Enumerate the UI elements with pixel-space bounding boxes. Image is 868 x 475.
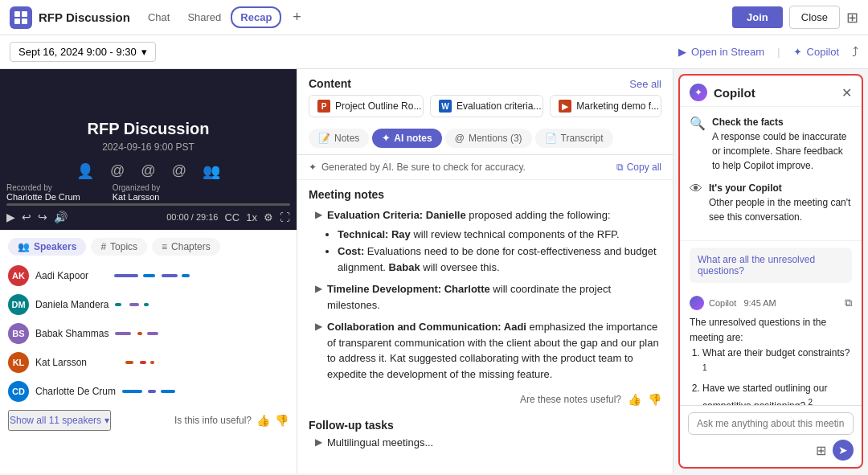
copy-icon: ⧉ [616, 162, 624, 173]
word-icon: W [439, 100, 452, 113]
info-useful-row: Is this info useful? 👍 👎 [174, 414, 289, 427]
open-in-stream-button[interactable]: ▶ Open in Stream [678, 46, 764, 58]
notes-item-evaluation: ▶ Evaluation Criteria: Danielle proposed… [309, 207, 661, 275]
grid-icon[interactable]: ⊞ [846, 9, 858, 27]
send-button[interactable]: ➤ [833, 440, 854, 461]
volume-button[interactable]: 🔊 [54, 211, 68, 223]
header-tabs: Chat Shared Recap [140, 6, 281, 28]
thumbs-up-button[interactable]: 👍 [628, 393, 641, 406]
thumbs-down-button[interactable]: 👎 [648, 393, 661, 406]
collapse-icon[interactable]: ▶ [315, 209, 322, 220]
video-icon: ▶ [559, 100, 571, 113]
speakers-icon: 👥 [18, 241, 30, 252]
share-icon[interactable]: ⤴ [852, 45, 858, 59]
thumbs-up-button[interactable]: 👍 [256, 414, 270, 427]
notes-icon: 📝 [318, 133, 330, 144]
tab-transcript[interactable]: 📄 Transcript [535, 129, 613, 148]
speaker-timeline [115, 332, 289, 335]
copilot-info: 🔍 Check the facts A response could be in… [680, 107, 862, 241]
ai-notice: ✦ Generated by AI. Be sure to check for … [297, 155, 673, 180]
speaker-name: Kat Larsson [35, 357, 108, 368]
tab-recap[interactable]: Recap [231, 6, 281, 28]
tab-shared[interactable]: Shared [179, 8, 229, 27]
svg-rect-3 [22, 18, 27, 24]
header: RFP Discussion Chat Shared Recap + Join … [0, 0, 868, 35]
video-bottom: Recorded by Charlotte De Crum Organized … [0, 180, 297, 230]
copilot-close-button[interactable]: ✕ [841, 85, 852, 100]
date-range-button[interactable]: Sept 16, 2024 9:00 - 9:30 ▾ [10, 42, 156, 62]
cc-icon[interactable]: CC [224, 211, 240, 223]
collapse-icon[interactable]: ▶ [315, 436, 322, 448]
notes-item-timeline: ▶ Timeline Development: Charlotte will c… [309, 281, 661, 313]
avatar: BS [8, 323, 29, 344]
grid-action-button[interactable]: ⊞ [816, 443, 826, 458]
file-name: Evaluation criteria... [457, 100, 541, 112]
search-icon: 🔍 [690, 116, 706, 131]
file-name: Project Outline Ro... [335, 100, 421, 112]
svg-rect-1 [22, 11, 27, 17]
play-button[interactable]: ▶ [6, 211, 15, 223]
notes-text: Evaluation Criteria: Danielle proposed a… [327, 207, 611, 223]
tab-topics[interactable]: # Topics [91, 238, 147, 256]
chapters-icon: ≡ [162, 241, 167, 252]
close-button[interactable]: Close [789, 6, 840, 29]
tab-speakers[interactable]: 👥 Speakers [8, 238, 86, 256]
tab-mentions[interactable]: @ Mentions (3) [445, 129, 532, 148]
join-button[interactable]: Join [732, 6, 783, 28]
collapse-icon[interactable]: ▶ [315, 283, 322, 294]
avatar: KL [8, 352, 29, 373]
avatar: DM [8, 294, 29, 315]
copilot-header: ✦ Copilot ✕ [680, 76, 862, 107]
ai-notes-icon: ✦ [382, 133, 390, 144]
meeting-notes-title: Meeting notes [309, 188, 661, 201]
list-item: AK Aadi Kapoor [8, 265, 289, 286]
mentions-icon: @ [455, 133, 465, 144]
file-chip-word[interactable]: W Evaluation criteria... [430, 95, 543, 117]
sub-header: Sept 16, 2024 9:00 - 9:30 ▾ ▶ Open in St… [0, 35, 868, 69]
see-all-button[interactable]: See all [629, 78, 661, 90]
tab-chapters[interactable]: ≡ Chapters [152, 238, 220, 256]
tab-ai-notes[interactable]: ✦ AI notes [372, 129, 441, 148]
forward-button[interactable]: ↪ [38, 211, 47, 223]
content-label: Content [309, 77, 351, 90]
profile-icon-2: @ [110, 162, 125, 180]
speakers-tabs: 👥 Speakers # Topics ≡ Chapters [8, 238, 289, 256]
copilot-input[interactable] [688, 412, 854, 435]
video-progress-bar[interactable] [6, 203, 290, 206]
date-range-label: Sept 16, 2024 9:00 - 9:30 [18, 46, 137, 58]
speaker-timeline [122, 390, 289, 393]
thumbs-down-button[interactable]: 👎 [275, 414, 289, 427]
content-header: Content See all [297, 69, 673, 95]
check-facts-item: 🔍 Check the facts A response could be in… [690, 115, 852, 173]
prompt-chip[interactable]: What are all the unresolved questions? [690, 248, 852, 283]
settings-icon[interactable]: ⚙ [264, 211, 273, 223]
speakers-section: 👥 Speakers # Topics ≡ Chapters AK Aadi K… [0, 230, 297, 473]
speaker-name: Daniela Mandera [35, 299, 108, 310]
tab-notes[interactable]: 📝 Notes [309, 129, 369, 148]
chevron-down-icon: ▾ [104, 415, 109, 426]
tab-chat[interactable]: Chat [140, 8, 178, 27]
copilot-button[interactable]: ✦ Copilot [793, 46, 839, 58]
notes-content: Meeting notes ▶ Evaluation Criteria: Dan… [297, 180, 673, 473]
follow-up-item: ▶ Multilingual meetings... [309, 435, 661, 451]
file-chip-ppt[interactable]: P Project Outline Ro... [309, 95, 424, 117]
notes-item-collab: ▶ Collaboration and Communication: Aadi … [309, 319, 661, 382]
add-tab-button[interactable]: + [288, 7, 306, 27]
copy-response-icon[interactable]: ⧉ [845, 297, 852, 309]
speed-icon[interactable]: 1x [246, 211, 257, 223]
speaker-timeline [114, 361, 289, 364]
fullscreen-icon[interactable]: ⛶ [280, 211, 290, 223]
sub-header-actions: ▶ Open in Stream | ✦ Copilot ⤴ [678, 45, 858, 59]
collapse-icon[interactable]: ▶ [315, 321, 322, 332]
ppt-icon: P [317, 100, 330, 113]
file-chip-video[interactable]: ▶ Marketing demo f... [550, 95, 661, 117]
topics-icon: # [100, 241, 106, 252]
copy-all-button[interactable]: ⧉ Copy all [616, 162, 661, 173]
copilot-panel: ✦ Copilot ✕ 🔍 Check the facts A response… [678, 74, 863, 469]
your-copilot-item: 👁 It's your Copilot Other people in the … [690, 181, 852, 224]
show-all-speakers-button[interactable]: Show all 11 speakers ▾ [8, 410, 111, 431]
rewind-button[interactable]: ↩ [22, 211, 31, 223]
video-controls: ▶ ↩ ↪ 🔊 00:00 / 29:16 CC 1x ⚙ ⛶ [6, 207, 290, 227]
main-content: RFP Discussion 2024-09-16 9:00 PST 👤 @ @… [0, 69, 868, 473]
speaker-footer: Show all 11 speakers ▾ Is this info usef… [8, 410, 289, 431]
